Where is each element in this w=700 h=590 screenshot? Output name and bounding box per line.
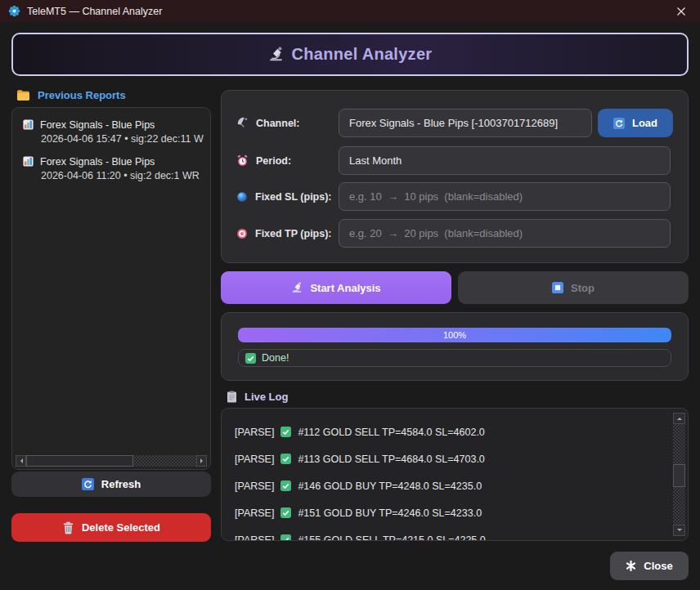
title-bar: TeleMT5 — Channel Analyzer (0, 0, 700, 22)
report-list-horizontal-scrollbar[interactable] (16, 455, 207, 467)
live-log-title: Live Log (245, 391, 288, 403)
microscope-icon (291, 282, 303, 293)
report-list[interactable]: Forex Signals - Blue Pips 2026-04-06 15:… (11, 107, 211, 470)
page-title: Channel Analyzer (292, 45, 433, 64)
channel-input[interactable]: Forex Signals - Blue Pips [-100370171268… (339, 109, 592, 137)
check-icon (245, 353, 256, 364)
alarm-clock-icon (236, 154, 249, 167)
app-icon (8, 5, 20, 17)
delete-selected-label: Delete Selected (82, 521, 160, 534)
analysis-form: Channel: Forex Signals - Blue Pips [-100… (221, 90, 689, 263)
start-analysis-label: Start Analysis (310, 282, 380, 294)
live-log-header: Live Log (227, 391, 288, 403)
log-entry: [PARSE] #146 GOLD BUY TP=4248.0 SL=4235.… (235, 472, 663, 499)
scroll-down-button[interactable] (673, 525, 685, 536)
stop-icon (552, 282, 563, 293)
report-name: Forex Signals - Blue Pips (40, 156, 155, 168)
previous-reports-title: Previous Reports (38, 89, 126, 101)
scroll-right-button[interactable] (196, 455, 207, 467)
fixed-sl-label: Fixed SL (pips): (236, 182, 332, 211)
check-icon (280, 454, 291, 464)
status-field: Done! (238, 349, 671, 367)
log-entry: [PARSE] #112 GOLD SELL TP=4584.0 SL=4602… (235, 418, 663, 445)
previous-reports-header: Previous Reports (16, 89, 126, 101)
log-vertical-scrollbar[interactable] (673, 413, 685, 536)
microscope-icon (268, 47, 284, 62)
report-item[interactable]: Forex Signals - Blue Pips 2026-04-06 15:… (12, 108, 210, 145)
close-button[interactable]: Close (610, 552, 689, 580)
horizontal-scroll-thumb[interactable] (26, 455, 133, 467)
progress-bar: 100% (238, 328, 671, 342)
progress-panel: 100% Done! (221, 312, 689, 381)
report-item[interactable]: Forex Signals - Blue Pips 2026-04-06 11:… (12, 145, 210, 181)
load-button[interactable]: Load (598, 109, 673, 137)
check-icon (280, 534, 291, 541)
scroll-left-button[interactable] (16, 455, 26, 467)
log-entry: [PARSE] #151 GOLD BUY TP=4246.0 SL=4233.… (235, 499, 663, 526)
fixed-tp-label: Fixed TP (pips): (236, 219, 332, 248)
close-x-icon (626, 561, 636, 571)
refresh-label: Refresh (101, 478, 141, 490)
stop-label: Stop (571, 282, 595, 294)
vertical-scroll-thumb[interactable] (673, 464, 685, 487)
satellite-icon (236, 117, 249, 129)
window-title: TeleMT5 — Channel Analyzer (27, 6, 162, 17)
log-entry: [PARSE] #155 GOLD SELL TP=4215.0 SL=4225… (235, 526, 663, 541)
stop-button[interactable]: Stop (458, 271, 689, 304)
period-select[interactable]: Last Month (339, 146, 671, 175)
target-icon (236, 228, 248, 239)
window-close-button[interactable] (672, 3, 690, 20)
report-chart-icon (22, 118, 34, 131)
report-meta: 2026-04-06 11:20 • sig:2 dec:1 WR (41, 170, 204, 181)
folder-icon (16, 89, 30, 101)
refresh-button[interactable]: Refresh (11, 472, 211, 497)
check-icon (280, 480, 291, 491)
period-label: Period: (236, 146, 291, 175)
check-icon (280, 427, 291, 437)
load-label: Load (632, 117, 657, 129)
window-close-icon (676, 7, 686, 16)
close-label: Close (644, 560, 672, 572)
status-text: Done! (262, 352, 289, 364)
fixed-sl-input[interactable] (339, 182, 671, 211)
delete-selected-button[interactable]: Delete Selected (11, 513, 211, 542)
report-meta: 2026-04-06 15:47 • sig:22 dec:11 WR (41, 133, 204, 145)
load-refresh-icon (613, 118, 625, 129)
report-chart-icon (22, 155, 34, 168)
report-name: Forex Signals - Blue Pips (40, 119, 155, 131)
shield-sphere-icon (236, 191, 248, 203)
live-log-list[interactable]: [PARSE] #112 GOLD SELL TP=4584.0 SL=4602… (221, 408, 689, 541)
clipboard-icon (227, 391, 237, 403)
trash-icon (62, 521, 74, 534)
start-analysis-button[interactable]: Start Analysis (221, 271, 451, 304)
channel-analyzer-window: TeleMT5 — Channel Analyzer Channel Analy… (0, 0, 700, 590)
scroll-up-button[interactable] (673, 413, 685, 424)
refresh-icon (82, 478, 94, 490)
app-header: Channel Analyzer (11, 33, 689, 76)
progress-percent: 100% (443, 330, 466, 340)
log-entry: [PARSE] #113 GOLD SELL TP=4684.0 SL=4703… (235, 445, 663, 472)
check-icon (280, 507, 291, 518)
fixed-tp-input[interactable] (339, 219, 671, 248)
channel-label: Channel: (236, 109, 299, 137)
